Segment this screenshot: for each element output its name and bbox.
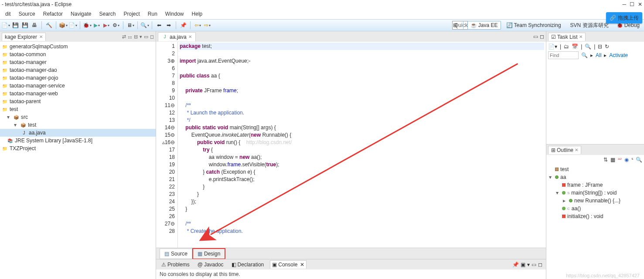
javadoc-tab[interactable]: @ Javadoc xyxy=(196,261,225,269)
hide-local-icon[interactable]: ˢ xyxy=(631,157,633,163)
search-icon[interactable]: 🔍 xyxy=(581,52,588,58)
menu-source[interactable]: Source xyxy=(15,10,39,18)
maximize-editor-icon[interactable]: ◻ xyxy=(540,34,544,40)
all-link[interactable]: All xyxy=(596,52,601,58)
menu-window[interactable]: Window xyxy=(162,10,187,18)
focus-icon[interactable]: ⊟ xyxy=(134,34,138,40)
task-list-tab[interactable]: ☑ Task List ✕ xyxy=(548,33,586,41)
save-all-icon[interactable]: 💾 xyxy=(21,21,29,29)
nav-back-icon[interactable]: ⬅ xyxy=(155,21,163,29)
outline-item[interactable]: ▸new Runnable() {...} xyxy=(547,197,643,205)
open-console-icon[interactable]: ▾ xyxy=(527,262,530,268)
pin-icon[interactable]: 📌 xyxy=(179,21,187,29)
package-tree[interactable]: 📁generatorSqlmapCustom📁taotao-common📁tao… xyxy=(0,42,156,279)
sort-icon[interactable]: ⇅ xyxy=(603,157,608,163)
upload-button[interactable]: 🔗 拖拽上传 xyxy=(606,12,642,24)
focus-icon[interactable]: 🔍 xyxy=(636,157,642,163)
close-icon[interactable]: ✕ xyxy=(579,34,583,39)
open-perspective-icon[interactable]: ⊞ xyxy=(451,21,459,29)
tree-item[interactable]: Jaa.java xyxy=(0,129,156,137)
perspective-team-synchronizing[interactable]: 🔄Team Synchronizing xyxy=(504,21,564,29)
menu-run[interactable]: Run xyxy=(144,10,161,18)
code-editor[interactable]: 123⊕67891011⊖121314⊖15⊖▵16⊖1718192021222… xyxy=(156,42,546,248)
new-file-icon[interactable]: 📄▾ xyxy=(69,21,77,29)
collapse-icon[interactable]: ⇄ xyxy=(122,34,126,40)
source-tab[interactable]: ▤ Source xyxy=(160,249,192,259)
console-tab[interactable]: ▣ Console ✕ xyxy=(270,260,307,269)
editor-tab[interactable]: J aa.java ✕ xyxy=(158,32,196,41)
run-last-icon[interactable]: ▶▾ xyxy=(102,21,110,29)
pin-console-icon[interactable]: 📌 xyxy=(512,262,519,268)
save-icon[interactable]: 💾 xyxy=(11,21,19,29)
link-editor-icon[interactable]: ⚏ xyxy=(128,34,132,40)
new-icon[interactable]: 📄▾ xyxy=(2,21,10,29)
new-task-icon[interactable]: 📄▾ xyxy=(548,44,557,50)
outline-item[interactable]: test xyxy=(547,165,643,173)
focus-icon[interactable]: 🔍 xyxy=(585,44,591,50)
menu-icon[interactable]: ▾ xyxy=(140,34,142,40)
tree-item[interactable]: 📁taotao-manager-service xyxy=(0,82,156,90)
minimize-icon[interactable]: ▭ xyxy=(532,262,536,268)
display-console-icon[interactable]: ▣ xyxy=(521,262,525,268)
tree-item[interactable]: 📁taotao-manager-web xyxy=(0,90,156,97)
outline-tree[interactable]: test▾aaframe : JFrame▾Smain(String[]) : … xyxy=(546,165,644,221)
debug-icon[interactable]: 🐞▾ xyxy=(83,21,91,29)
outline-item[interactable]: ▾Smain(String[]) : void xyxy=(547,189,643,197)
outline-tab[interactable]: ⊞ Outline ✕ xyxy=(548,146,581,154)
forward-icon[interactable]: ⇨▾ xyxy=(203,21,211,29)
close-icon[interactable]: ✕ xyxy=(39,34,43,39)
maximize-icon[interactable]: ☐ xyxy=(630,1,634,7)
close-icon[interactable]: ✕ xyxy=(188,34,192,39)
menu-search[interactable]: Search xyxy=(95,10,119,18)
sync-icon[interactable]: ↻ xyxy=(605,44,609,50)
package-explorer-tab[interactable]: kage Explorer ✕ xyxy=(2,33,46,41)
problems-tab[interactable]: ⚠ Problems xyxy=(160,261,191,269)
declaration-tab[interactable]: ◧ Declaration xyxy=(230,261,266,269)
hide-static-icon[interactable]: ᵃᶻ xyxy=(618,157,622,163)
build-icon[interactable]: 🔨 xyxy=(45,21,53,29)
print-icon[interactable]: 🖶 xyxy=(31,21,38,29)
menu-dit[interactable]: dit xyxy=(2,10,14,18)
outline-item[interactable]: ▾aa xyxy=(547,173,643,181)
search-icon[interactable]: 🔍▾ xyxy=(141,21,149,29)
external-tools-icon[interactable]: ⚙▾ xyxy=(112,21,120,29)
menu-refactor[interactable]: Refactor xyxy=(40,10,66,18)
back-icon[interactable]: ⇦▾ xyxy=(194,21,201,29)
tree-item[interactable]: 📁taotao-manager-dao xyxy=(0,66,156,74)
schedule-icon[interactable]: 📅 xyxy=(572,44,578,50)
minimize-editor-icon[interactable]: ▭ xyxy=(533,34,538,40)
tree-item[interactable]: 📁taotao-parent xyxy=(0,97,156,105)
new-package-icon[interactable]: 📦▾ xyxy=(59,21,67,29)
close-icon[interactable]: ✕ xyxy=(300,262,304,268)
tree-item[interactable]: 📁test xyxy=(0,105,156,113)
close-icon[interactable]: ✕ xyxy=(575,148,578,152)
run-icon[interactable]: ▶▾ xyxy=(93,21,101,29)
maximize-view-icon[interactable]: ◻ xyxy=(150,34,154,40)
maximize-icon[interactable]: ◻ xyxy=(538,262,542,268)
outline-item[interactable]: frame : JFrame xyxy=(547,181,643,189)
outline-item[interactable]: Caa() xyxy=(547,205,643,212)
categorize-icon[interactable]: 🗂 xyxy=(564,44,569,50)
tree-item[interactable]: 📁taotao-manager-pojo xyxy=(0,74,156,82)
menu-navigate[interactable]: Navigate xyxy=(67,10,95,18)
menu-project[interactable]: Project xyxy=(120,10,143,18)
tree-item[interactable]: 📁generatorSqlmapCustom xyxy=(0,43,156,50)
tree-item[interactable]: 📁taotao-manager xyxy=(0,58,156,66)
minimize-icon[interactable]: ─ xyxy=(622,1,626,7)
tree-item[interactable]: ▾📦test xyxy=(0,121,156,129)
hide-fields-icon[interactable]: ▦ xyxy=(610,157,615,163)
perspective-java-ee[interactable]: ☕Java EE xyxy=(467,21,501,30)
task-find-input[interactable] xyxy=(548,51,579,59)
tree-item[interactable]: ▾📦src xyxy=(0,113,156,121)
design-tab[interactable]: ▦ Design xyxy=(192,248,225,259)
tree-item[interactable]: 📁taotao-common xyxy=(0,50,156,58)
activate-link[interactable]: Activate xyxy=(609,52,628,58)
minimize-view-icon[interactable]: ▭ xyxy=(144,34,148,40)
outline-item[interactable]: initialize() : void xyxy=(547,212,643,220)
tree-item[interactable]: 📚JRE System Library [JavaSE-1.8] xyxy=(0,137,156,145)
close-icon[interactable]: ✕ xyxy=(638,1,642,7)
new-server-icon[interactable]: 🖥▾ xyxy=(126,21,134,29)
hide-nonpublic-icon[interactable]: ◉ xyxy=(624,157,629,163)
perspective-svn-资源库研究[interactable]: SVN 资源库研究 xyxy=(566,21,611,30)
nav-fwd-icon[interactable]: ➡ xyxy=(165,21,173,29)
